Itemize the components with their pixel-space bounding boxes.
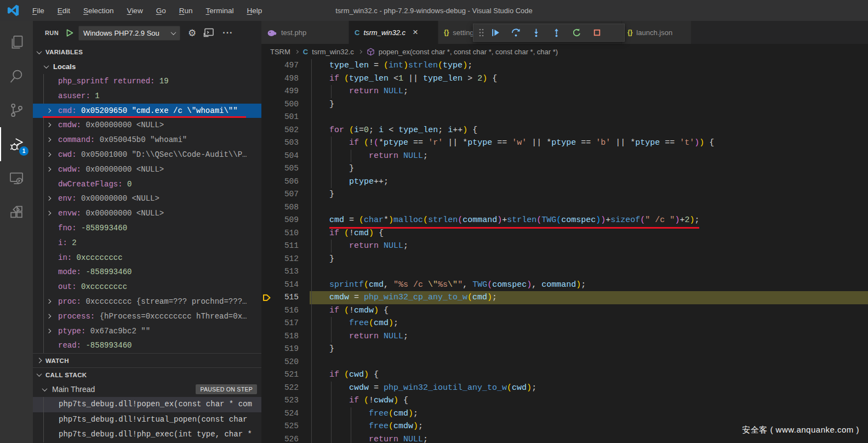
- gutter[interactable]: 497: [261, 59, 310, 72]
- search-icon[interactable]: [0, 59, 33, 93]
- menu-help[interactable]: Help: [241, 4, 267, 18]
- close-icon[interactable]: ×: [413, 27, 418, 38]
- chevron-right-icon[interactable]: [47, 314, 51, 319]
- menu-selection[interactable]: Selection: [78, 4, 119, 18]
- locals-tree-item[interactable]: Locals: [33, 59, 261, 74]
- chevron-right-icon[interactable]: [47, 167, 51, 172]
- stack-frame[interactable]: php7ts_debug.dll!popen_ex(const char * c…: [33, 397, 261, 412]
- gutter[interactable]: 526: [261, 433, 310, 443]
- variable-row-process[interactable]: process: {hProcess=0xcccccccc hThread=0x…: [33, 309, 261, 324]
- extensions-icon[interactable]: [0, 195, 33, 229]
- run-debug-icon[interactable]: 1: [0, 127, 33, 161]
- variable-row-in[interactable]: in: 0xcccccccc: [33, 251, 261, 265]
- gutter[interactable]: 508: [261, 201, 310, 214]
- more-actions-icon[interactable]: ···: [222, 28, 233, 38]
- menu-edit[interactable]: Edit: [52, 4, 76, 18]
- gutter[interactable]: 524: [261, 407, 310, 421]
- step-into-button[interactable]: [526, 24, 546, 42]
- variable-row-php_sprintf-returned[interactable]: php_sprintf returned: 19: [33, 74, 261, 89]
- gutter[interactable]: 501: [261, 111, 310, 124]
- gutter[interactable]: 514: [261, 279, 310, 292]
- variable-row-ptype[interactable]: ptype: 0x67ac9bc2 "": [33, 324, 261, 339]
- gutter[interactable]: 512: [261, 253, 310, 266]
- variable-row-fno[interactable]: fno: -858993460: [33, 221, 261, 236]
- gutter[interactable]: 517: [261, 317, 310, 330]
- stack-frame[interactable]: php7ts_debug.dll!virtual_popen(const cha…: [33, 412, 261, 428]
- gutter[interactable]: 499: [261, 85, 310, 98]
- stop-button[interactable]: [587, 24, 607, 42]
- gutter[interactable]: 520: [261, 356, 310, 369]
- menu-go[interactable]: Go: [151, 4, 172, 18]
- watch-section-header[interactable]: WATCH: [33, 353, 261, 367]
- gutter[interactable]: 503: [261, 137, 310, 150]
- variable-row-i[interactable]: i: 2: [33, 236, 261, 251]
- chevron-right-icon[interactable]: [47, 108, 51, 112]
- menu-view[interactable]: View: [122, 4, 149, 18]
- gutter[interactable]: 522: [261, 382, 310, 395]
- menu-file[interactable]: File: [27, 4, 50, 18]
- gutter[interactable]: 525: [261, 420, 310, 433]
- variable-row-command[interactable]: command: 0x050045b0 "whoami": [33, 133, 261, 147]
- breadcrumb-file[interactable]: tsrm_win32.c: [312, 48, 354, 56]
- chevron-right-icon[interactable]: [47, 299, 51, 304]
- variables-section-header[interactable]: VARIABLES: [33, 45, 261, 59]
- variable-row-out[interactable]: out: 0xcccccccc: [33, 280, 261, 294]
- breadcrumb-root[interactable]: TSRM: [270, 48, 290, 56]
- gutter[interactable]: 506: [261, 175, 310, 189]
- menu-run[interactable]: Run: [174, 4, 198, 18]
- gutter[interactable]: 498: [261, 72, 310, 86]
- gutter[interactable]: 516: [261, 304, 310, 317]
- chevron-right-icon[interactable]: [47, 196, 51, 201]
- start-debug-button[interactable]: [65, 29, 74, 37]
- launch-config-select[interactable]: Windows PHP7.2.9 Sou: [78, 26, 180, 41]
- step-over-button[interactable]: [506, 24, 526, 42]
- stack-frame[interactable]: php7ts_debug.dll!php_exec(int type, char…: [33, 427, 261, 442]
- gutter[interactable]: 505: [261, 162, 310, 175]
- chevron-right-icon[interactable]: [47, 123, 51, 127]
- chevron-right-icon[interactable]: [47, 152, 51, 157]
- variable-row-cwdw[interactable]: cwdw: 0x00000000 <NULL>: [33, 162, 261, 177]
- chevron-right-icon[interactable]: [47, 138, 51, 142]
- gutter[interactable]: 510: [261, 227, 310, 240]
- open-debug-console-icon[interactable]: [203, 27, 215, 38]
- variable-row-cmdw[interactable]: cmdw: 0x00000000 <NULL>: [33, 118, 261, 133]
- variable-row-envw[interactable]: envw: 0x00000000 <NULL>: [33, 206, 261, 221]
- step-out-button[interactable]: [546, 24, 567, 42]
- variable-row-read[interactable]: read: -858993460: [33, 338, 261, 353]
- explorer-icon[interactable]: [0, 25, 33, 59]
- variable-row-mode[interactable]: mode: -858993460: [33, 265, 261, 280]
- gutter[interactable]: 513: [261, 265, 310, 279]
- menu-terminal[interactable]: Terminal: [200, 4, 239, 18]
- tab-test-php[interactable]: test.php: [261, 21, 349, 44]
- variable-row-proc[interactable]: proc: 0xcccccccc {stream=??? prochnd=???…: [33, 294, 261, 309]
- tab-launch-json[interactable]: {} launch.json: [622, 21, 692, 44]
- gear-icon[interactable]: ⚙: [188, 27, 196, 38]
- gutter[interactable]: 509: [261, 214, 310, 227]
- gutter[interactable]: 502: [261, 124, 310, 137]
- variable-row-cwd[interactable]: cwd: 0x05001000 "D:\\QSec\\Code-Audit\\P…: [33, 147, 261, 162]
- source-control-icon[interactable]: [0, 93, 33, 127]
- gutter[interactable]: 511: [261, 240, 310, 253]
- gutter[interactable]: 521: [261, 368, 310, 382]
- restart-button[interactable]: [567, 24, 587, 42]
- gutter[interactable]: 523: [261, 394, 310, 407]
- call-stack-section-header[interactable]: CALL STACK: [33, 367, 261, 382]
- gutter[interactable]: 518: [261, 330, 310, 343]
- gutter[interactable]: 504: [261, 150, 310, 163]
- gutter[interactable]: 500: [261, 98, 310, 111]
- tab-tsrm-win32-c[interactable]: C tsrm_win32.c ×: [349, 21, 438, 44]
- gutter[interactable]: 507: [261, 188, 310, 201]
- chevron-right-icon[interactable]: [47, 328, 51, 333]
- gutter[interactable]: 519: [261, 343, 310, 356]
- drag-grip-icon[interactable]: [477, 28, 486, 37]
- variable-row-dwCreateFlags[interactable]: dwCreateFlags: 0: [33, 177, 261, 192]
- continue-button[interactable]: [486, 24, 506, 42]
- variable-row-env[interactable]: env: 0x00000000 <NULL>: [33, 191, 261, 206]
- call-stack-thread[interactable]: Main Thread PAUSED ON STEP: [33, 382, 261, 397]
- chevron-right-icon[interactable]: [47, 211, 51, 215]
- variable-row-asuser[interactable]: asuser: 1: [33, 89, 261, 104]
- remote-explorer-icon[interactable]: [0, 161, 33, 195]
- gutter[interactable]: 515: [261, 291, 310, 304]
- breadcrumb-symbol[interactable]: popen_ex(const char *, const char *, con…: [379, 48, 558, 56]
- variable-row-cmd[interactable]: cmd: 0x05209650 "cmd.exe /c \"whoami\"": [33, 104, 261, 118]
